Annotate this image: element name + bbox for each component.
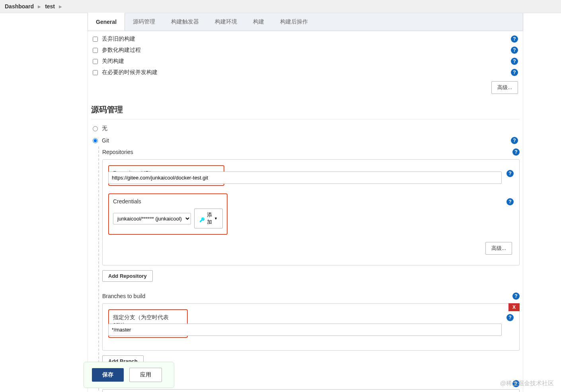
tab-env[interactable]: 构建环境 xyxy=(207,13,245,31)
help-icon[interactable]: ? xyxy=(506,314,514,321)
chevron-right-icon: ▶ xyxy=(38,4,41,9)
concurrent-checkbox[interactable] xyxy=(93,70,98,75)
save-bar: 保存 应用 xyxy=(84,362,174,388)
help-icon[interactable]: ? xyxy=(511,69,518,76)
concurrent-label: 在必要的时候并发构建 xyxy=(102,69,507,76)
help-icon[interactable]: ? xyxy=(511,137,518,144)
apply-button[interactable]: 应用 xyxy=(129,368,162,382)
disable-build-label: 关闭构建 xyxy=(102,58,507,65)
repo-browser-select[interactable]: (自动) xyxy=(102,389,520,392)
add-repository-button[interactable]: Add Repository xyxy=(102,270,153,282)
add-credentials-label: 添加 xyxy=(206,211,212,226)
help-icon[interactable]: ? xyxy=(512,148,520,156)
discard-old-builds-checkbox[interactable] xyxy=(93,37,98,42)
help-icon[interactable]: ? xyxy=(511,47,518,54)
disable-build-checkbox[interactable] xyxy=(93,59,98,64)
credentials-label: Credentials xyxy=(113,198,223,205)
help-icon[interactable]: ? xyxy=(511,58,518,65)
credentials-select[interactable]: junkaicool/****** (junkaicool) xyxy=(113,213,191,224)
delete-branch-button[interactable]: X xyxy=(508,303,520,311)
chevron-down-icon: ▼ xyxy=(214,216,218,220)
config-tabs: General 源码管理 构建触发器 构建环境 构建 构建后操作 xyxy=(88,13,523,31)
chevron-right-icon: ▶ xyxy=(59,4,62,9)
add-credentials-button[interactable]: 添加 ▼ xyxy=(194,209,223,228)
help-icon[interactable]: ? xyxy=(506,198,514,205)
breadcrumb: Dashboard ▶ test ▶ xyxy=(0,0,561,13)
tab-post[interactable]: 构建后操作 xyxy=(272,13,316,31)
breadcrumb-dashboard[interactable]: Dashboard xyxy=(5,3,34,10)
branch-box: X 指定分支（为空时代表any） ? xyxy=(102,303,520,351)
tab-triggers[interactable]: 构建触发器 xyxy=(163,13,207,31)
scm-git-label: Git xyxy=(102,137,507,144)
scm-none-label: 无 xyxy=(102,125,518,132)
watermark: @稀土掘金技术社区 xyxy=(500,380,554,387)
tab-build[interactable]: 构建 xyxy=(245,13,272,31)
scm-git-radio[interactable] xyxy=(93,138,98,143)
repo-url-input[interactable] xyxy=(108,172,502,184)
repo-advanced-button[interactable]: 高级... xyxy=(485,242,512,255)
branches-label: Branches to build xyxy=(102,293,512,299)
repositories-label: Repositories xyxy=(102,149,512,155)
help-icon[interactable]: ? xyxy=(512,293,520,300)
general-advanced-button[interactable]: 高级... xyxy=(491,81,518,94)
discard-old-builds-label: 丢弃旧的构建 xyxy=(102,35,507,43)
help-icon[interactable]: ? xyxy=(506,170,514,177)
parameterized-label: 参数化构建过程 xyxy=(102,47,507,54)
repository-box: Repository URL ? Credentials xyxy=(102,159,520,265)
save-button[interactable]: 保存 xyxy=(92,368,124,382)
scm-none-radio[interactable] xyxy=(93,126,98,131)
parameterized-checkbox[interactable] xyxy=(93,48,98,53)
scm-heading: 源码管理 xyxy=(91,97,520,119)
breadcrumb-project[interactable]: test xyxy=(45,3,55,10)
tab-general[interactable]: General xyxy=(88,13,125,31)
tab-scm[interactable]: 源码管理 xyxy=(125,13,163,31)
key-icon xyxy=(199,216,205,220)
help-icon[interactable]: ? xyxy=(511,35,518,43)
branch-spec-input[interactable] xyxy=(108,324,502,336)
